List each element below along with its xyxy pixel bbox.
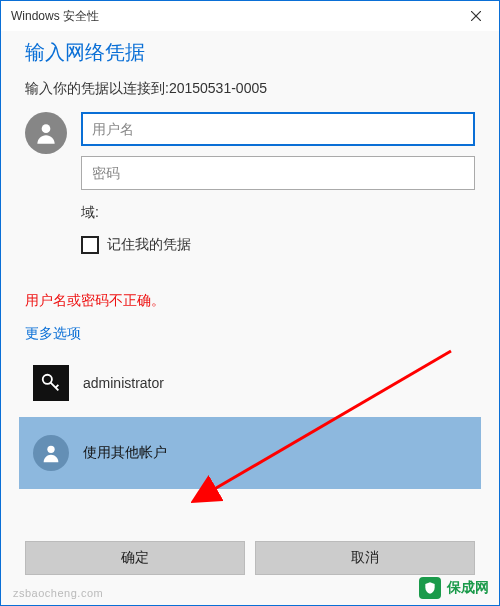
dialog-content: 输入网络凭据 输入你的凭据以连接到:20150531-0005 域: 记住我的凭… <box>1 31 499 489</box>
user-avatar <box>25 112 67 154</box>
close-button[interactable] <box>461 1 491 31</box>
password-input[interactable] <box>81 156 475 190</box>
more-options-link[interactable]: 更多选项 <box>25 325 81 343</box>
cancel-button[interactable]: 取消 <box>255 541 475 575</box>
shield-icon <box>423 581 437 595</box>
dialog-heading: 输入网络凭据 <box>25 39 475 66</box>
watermark-url: zsbaocheng.com <box>13 587 103 599</box>
window-title: Windows 安全性 <box>11 8 99 25</box>
ok-button[interactable]: 确定 <box>25 541 245 575</box>
remember-credentials[interactable]: 记住我的凭据 <box>81 236 475 254</box>
credentials-row: 域: 记住我的凭据 <box>25 112 475 266</box>
brand-name: 保成网 <box>447 579 489 597</box>
close-icon <box>471 11 481 21</box>
remember-checkbox[interactable] <box>81 236 99 254</box>
person-icon <box>40 442 62 464</box>
svg-point-2 <box>42 124 51 133</box>
error-message: 用户名或密码不正确。 <box>25 292 475 310</box>
brand-footer: 保成网 <box>419 577 489 599</box>
account-label: administrator <box>83 375 164 391</box>
key-badge <box>33 365 69 401</box>
account-option-other[interactable]: 使用其他帐户 <box>19 417 481 489</box>
credential-dialog: Windows 安全性 输入网络凭据 输入你的凭据以连接到:20150531-0… <box>0 0 500 606</box>
account-option-administrator[interactable]: administrator <box>25 355 475 411</box>
other-avatar <box>33 435 69 471</box>
username-input[interactable] <box>81 112 475 146</box>
credential-fields: 域: 记住我的凭据 <box>81 112 475 266</box>
svg-point-6 <box>47 446 54 453</box>
titlebar: Windows 安全性 <box>1 1 499 31</box>
person-icon <box>33 120 59 146</box>
account-label: 使用其他帐户 <box>83 444 167 462</box>
brand-badge <box>419 577 441 599</box>
dialog-buttons: 确定 取消 <box>1 541 499 575</box>
svg-line-5 <box>56 385 59 388</box>
domain-label: 域: <box>81 204 475 222</box>
key-icon <box>40 372 62 394</box>
remember-label: 记住我的凭据 <box>107 236 191 254</box>
instruction-text: 输入你的凭据以连接到:20150531-0005 <box>25 80 475 98</box>
